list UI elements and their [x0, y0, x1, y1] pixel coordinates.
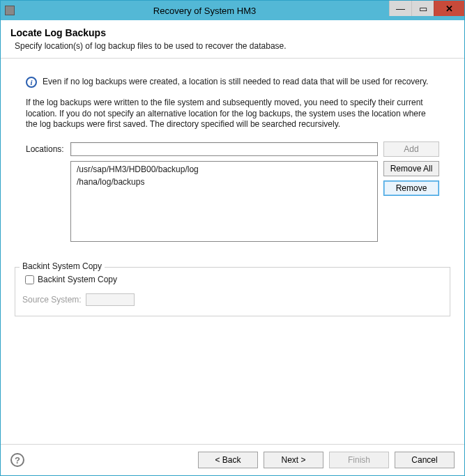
locations-label: Locations: — [26, 144, 70, 154]
backint-checkbox-label: Backint System Copy — [38, 275, 117, 284]
list-buttons: Remove All Remove — [383, 161, 439, 242]
remove-all-button[interactable]: Remove All — [383, 161, 439, 176]
locations-list-area: /usr/sap/HM3/HDB00/backup/log /hana/log/… — [70, 161, 439, 242]
backint-group: Backint System Copy Backint System Copy … — [15, 267, 450, 316]
wizard-body: i Even if no log backups were created, a… — [1, 59, 464, 444]
info-text: Even if no log backups were created, a l… — [43, 77, 428, 86]
page-subtitle: Specify location(s) of log backup files … — [10, 41, 455, 51]
close-button[interactable]: ✕ — [434, 1, 464, 16]
backint-checkbox-row: Backint System Copy — [22, 273, 443, 286]
locations-row: Locations: Add — [26, 141, 439, 157]
info-icon: i — [26, 77, 37, 88]
window-title: Recovery of System HM3 — [20, 6, 389, 16]
app-icon — [5, 6, 15, 15]
locations-listbox[interactable]: /usr/sap/HM3/HDB00/backup/log /hana/log/… — [70, 161, 378, 242]
back-button[interactable]: < Back — [198, 452, 258, 468]
minimize-button[interactable]: — — [389, 1, 411, 16]
help-icon[interactable]: ? — [10, 453, 24, 467]
remove-button[interactable]: Remove — [383, 181, 439, 196]
source-system-label: Source System: — [22, 295, 82, 305]
backint-checkbox[interactable] — [25, 275, 34, 284]
description-paragraph: If the log backups were written to the f… — [26, 98, 439, 130]
locations-input[interactable] — [70, 142, 378, 156]
title-bar: Recovery of System HM3 — ▭ ✕ — [1, 1, 464, 20]
finish-button[interactable]: Finish — [329, 452, 389, 468]
backint-group-label: Backint System Copy — [20, 261, 105, 271]
list-item[interactable]: /hana/log/backups — [71, 176, 377, 188]
next-button[interactable]: Next > — [264, 452, 323, 468]
source-system-row: Source System: — [22, 293, 443, 306]
wizard-footer: ? < Back Next > Finish Cancel — [1, 444, 464, 475]
cancel-button[interactable]: Cancel — [395, 452, 455, 468]
dialog-window: Recovery of System HM3 — ▭ ✕ Locate Log … — [0, 0, 465, 476]
add-button[interactable]: Add — [383, 141, 439, 157]
page-title: Locate Log Backups — [10, 27, 455, 38]
info-row: i Even if no log backups were created, a… — [26, 77, 439, 88]
list-item[interactable]: /usr/sap/HM3/HDB00/backup/log — [71, 163, 377, 176]
source-system-input — [86, 293, 135, 306]
window-controls: — ▭ ✕ — [389, 1, 464, 20]
maximize-button[interactable]: ▭ — [411, 1, 434, 16]
wizard-header: Locate Log Backups Specify location(s) o… — [1, 20, 464, 59]
